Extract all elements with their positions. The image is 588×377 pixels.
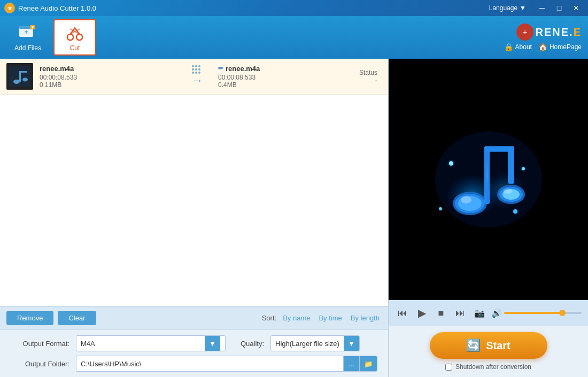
- add-files-button[interactable]: + ▼ Add Files: [6, 19, 49, 56]
- output-folder-input-wrapper: … 📁: [76, 356, 377, 372]
- svg-point-35: [522, 167, 525, 170]
- browse-button[interactable]: …: [343, 356, 359, 371]
- left-panel: renee.m4a 00:00:08.533 0.11MB: [0, 59, 388, 377]
- output-format-label: Output Format:: [11, 340, 69, 348]
- svg-text:+: +: [522, 28, 527, 36]
- volume-control: 🔊: [491, 308, 582, 318]
- format-dropdown-icon: ▼: [205, 336, 220, 351]
- start-button[interactable]: 🔄 Start: [430, 332, 547, 359]
- output-duration: 00:00:08.533: [218, 74, 353, 81]
- empty-list-area: [0, 95, 388, 127]
- shutdown-checkbox[interactable]: [445, 364, 452, 371]
- settings-bar: Output Format: M4A MP3 WAV AAC ▼ Quality…: [0, 329, 388, 377]
- output-format-select-wrapper: M4A MP3 WAV AAC ▼: [76, 335, 226, 351]
- output-format-row: Output Format: M4A MP3 WAV AAC ▼ Quality…: [11, 335, 377, 351]
- title-bar: ★ Renee Audio Cutter 1.0.0 Language ▼ ─ …: [0, 0, 588, 16]
- svg-point-5: [67, 34, 73, 40]
- brand-logo-area: + RENE.E: [504, 23, 582, 41]
- shutdown-row: Shutdown after conversion: [445, 363, 531, 371]
- svg-point-14: [22, 78, 28, 82]
- cut-label: Cut: [70, 44, 80, 52]
- play-button[interactable]: ▶: [414, 305, 429, 320]
- sort-label: Sort:: [262, 314, 276, 322]
- toolbar-right: + RENE.E 🔒 About 🏠 HomePage: [504, 16, 588, 59]
- input-filename: renee.m4a: [40, 65, 174, 73]
- quality-dropdown-icon: ▼: [344, 336, 359, 351]
- output-format-select[interactable]: M4A MP3 WAV AAC: [76, 337, 205, 350]
- right-panel: ⏮ ▶ ■ ⏭ 📷 🔊 🔄 Start Shutdown afte: [388, 59, 588, 377]
- about-link[interactable]: 🔒 About: [504, 43, 532, 51]
- bottom-bar: Remove Clear Sort: By name By time By le…: [0, 306, 388, 329]
- language-dropdown-icon: ▼: [520, 4, 526, 12]
- brand-name: RENE.E: [536, 26, 582, 38]
- home-icon: 🏠: [538, 43, 547, 51]
- about-label: About: [515, 43, 532, 51]
- svg-point-13: [13, 80, 20, 84]
- svg-rect-27: [484, 146, 490, 204]
- table-row[interactable]: renee.m4a 00:00:08.533 0.11MB: [0, 59, 388, 95]
- quality-select-wrapper: High(Larger file size) Medium Low ▼: [270, 335, 360, 351]
- sort-by-time-button[interactable]: By time: [316, 313, 344, 323]
- open-folder-button[interactable]: 📁: [359, 356, 377, 371]
- window-controls: ─ □ ✕: [535, 2, 584, 14]
- skip-forward-button[interactable]: ⏭: [453, 305, 468, 320]
- volume-slider-track[interactable]: [504, 312, 582, 314]
- edit-icon: ✏: [218, 65, 223, 72]
- player-controls: ⏮ ▶ ■ ⏭ 📷 🔊: [389, 300, 588, 326]
- maximize-button[interactable]: □: [552, 2, 567, 14]
- screenshot-button[interactable]: 📷: [474, 308, 485, 318]
- language-selector[interactable]: Language ▼: [489, 4, 526, 12]
- output-filename-row: ✏ renee.m4a: [218, 65, 353, 73]
- language-label: Language: [489, 4, 517, 12]
- skip-back-button[interactable]: ⏮: [395, 305, 410, 320]
- file-thumbnail: [6, 63, 33, 90]
- input-size: 0.11MB: [40, 81, 174, 89]
- volume-slider-thumb[interactable]: [559, 310, 566, 316]
- clear-button[interactable]: Clear: [58, 311, 96, 325]
- svg-point-39: [439, 207, 442, 210]
- svg-point-6: [76, 34, 82, 40]
- remove-button[interactable]: Remove: [6, 311, 53, 325]
- sort-by-length-button[interactable]: By length: [349, 313, 382, 323]
- quality-select[interactable]: High(Larger file size) Medium Low: [271, 337, 344, 350]
- preview-area: [389, 59, 588, 300]
- lock-icon: 🔒: [504, 43, 513, 51]
- start-icon: 🔄: [466, 339, 481, 352]
- output-filename: renee.m4a: [226, 65, 260, 73]
- homepage-link[interactable]: 🏠 HomePage: [538, 43, 582, 51]
- output-folder-input[interactable]: [76, 358, 343, 370]
- toolbar-links: 🔒 About 🏠 HomePage: [504, 43, 582, 51]
- file-status: Status -: [359, 69, 382, 84]
- svg-point-37: [513, 209, 517, 214]
- file-output-info: ✏ renee.m4a 00:00:08.533 0.4MB: [218, 65, 353, 89]
- sort-by-name-button[interactable]: By name: [281, 313, 312, 323]
- svg-point-30: [461, 196, 471, 203]
- status-label: Status: [359, 69, 377, 76]
- arrow-indicator: →: [181, 65, 212, 88]
- volume-icon: 🔊: [491, 308, 502, 318]
- toolbar: + ▼ Add Files Cut +: [0, 16, 588, 59]
- music-visualization: [424, 121, 553, 238]
- app-logo: ★: [4, 3, 15, 13]
- status-value: -: [359, 76, 377, 84]
- quality-label: Quality:: [232, 340, 264, 348]
- output-folder-row: Output Folder: … 📁: [11, 356, 377, 372]
- stop-button[interactable]: ■: [434, 305, 448, 320]
- add-files-icon: + ▼: [18, 23, 37, 42]
- file-input-info: renee.m4a 00:00:08.533 0.11MB: [40, 65, 174, 89]
- main-area: renee.m4a 00:00:08.533 0.11MB: [0, 59, 588, 377]
- cut-button[interactable]: Cut: [53, 19, 96, 56]
- homepage-label: HomePage: [550, 43, 582, 51]
- svg-rect-29: [508, 146, 514, 184]
- svg-point-31: [504, 189, 512, 194]
- svg-text:+: +: [24, 28, 28, 36]
- output-folder-label: Output Folder:: [11, 360, 69, 368]
- app-title: Renee Audio Cutter 1.0.0: [18, 4, 489, 12]
- add-files-label: Add Files: [14, 44, 41, 52]
- minimize-button[interactable]: ─: [535, 2, 550, 14]
- svg-text:▼: ▼: [30, 25, 35, 30]
- file-list: renee.m4a 00:00:08.533 0.11MB: [0, 59, 388, 306]
- input-duration: 00:00:08.533: [40, 74, 174, 81]
- close-button[interactable]: ✕: [569, 2, 584, 14]
- svg-rect-16: [19, 71, 27, 73]
